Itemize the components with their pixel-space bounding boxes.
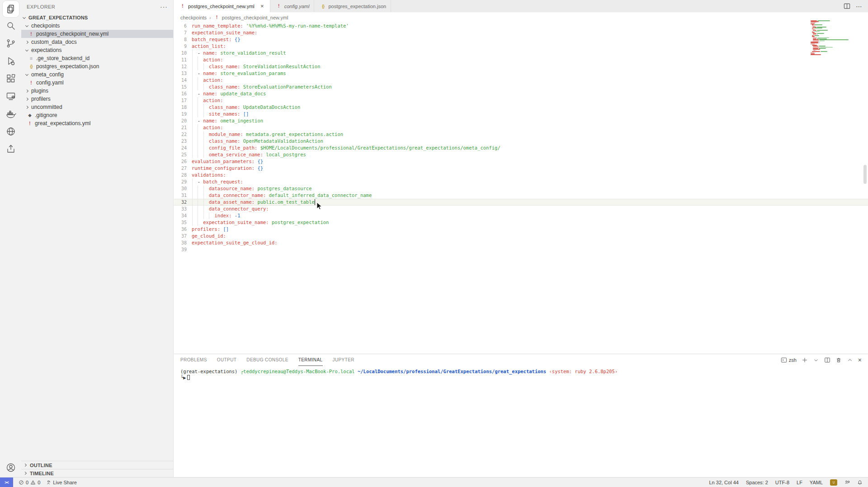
code-line[interactable]: 28validations:: [174, 172, 868, 178]
code-line[interactable]: 9action_list:: [174, 43, 868, 50]
tree-folder-custom-data-docs[interactable]: custom_data_docs: [21, 38, 173, 46]
tree-folder-uncommitted[interactable]: uncommitted: [21, 103, 173, 111]
indent-guide: [192, 206, 193, 212]
shell-selector[interactable]: zsh: [781, 357, 797, 363]
code-line[interactable]: 13- name: store_evaluation_params: [174, 70, 868, 77]
tab-postgres-expectation-json[interactable]: {}postgres_expectation.json: [314, 0, 391, 12]
code-line[interactable]: 36profilers: []: [174, 226, 868, 233]
tree-file-postgres-checkpoint-new-yml[interactable]: !postgres_checkpoint_new.yml: [21, 30, 173, 38]
code-line[interactable]: 35expectation_suite_name: postgres_expec…: [174, 219, 868, 226]
code-line[interactable]: 33data_connector_query:: [174, 206, 868, 212]
tab-close-icon[interactable]: ×: [259, 3, 265, 9]
code-line[interactable]: 20- name: ometa_ingestion: [174, 117, 868, 124]
code-line[interactable]: 11action:: [174, 56, 868, 63]
terminal-dropdown-icon[interactable]: [813, 357, 819, 363]
terminal-content[interactable]: (great-expectations) ┌teddycrepineau@Ted…: [174, 366, 868, 381]
code-line[interactable]: 37ge_cloud_id:: [174, 233, 868, 239]
code-line[interactable]: 6run_name_template: '%Y%m%d-%H%M%S-my-ru…: [174, 23, 868, 29]
code-line[interactable]: 10- name: store_validation_result: [174, 50, 868, 56]
activity-item-remote-explorer[interactable]: [2, 88, 20, 106]
code-line[interactable]: 16- name: update_data_docs: [174, 90, 868, 97]
status-lf[interactable]: LF: [797, 480, 802, 485]
split-terminal-icon[interactable]: [824, 357, 830, 363]
activity-item-globe[interactable]: [2, 123, 20, 141]
sidebar-section-timeline[interactable]: TIMELINE: [21, 469, 173, 477]
activity-item-extensions[interactable]: [2, 70, 20, 88]
code-line[interactable]: 29- batch_request:: [174, 178, 868, 185]
code-line[interactable]: 22module_name: metadata.great_expectatio…: [174, 131, 868, 138]
activity-item-source-control[interactable]: [2, 35, 20, 53]
panel-tab-terminal[interactable]: TERMINAL: [298, 354, 323, 366]
code-line[interactable]: 31data_connector_name: default_inferred_…: [174, 192, 868, 199]
editor-scrollbar[interactable]: [863, 165, 867, 184]
tree-file-config-yaml[interactable]: !config.yaml: [21, 79, 173, 87]
code-line[interactable]: 14action:: [174, 77, 868, 84]
code-line[interactable]: 27runtime_configuration: {}: [174, 165, 868, 172]
code-line[interactable]: 38expectation_suite_ge_cloud_id:: [174, 239, 868, 246]
tree-file-postgres-expectation-json[interactable]: {}postgres_expectation.json: [21, 62, 173, 70]
breadcrumb-item[interactable]: postgres_checkpoint_new.yml: [222, 15, 288, 20]
code-line[interactable]: 18class_name: UpdateDataDocsAction: [174, 104, 868, 111]
status-utf-8[interactable]: UTF-8: [775, 480, 789, 485]
indent-guide: [192, 219, 193, 226]
activity-item-search[interactable]: [2, 18, 20, 35]
code-line[interactable]: 24config_file_path: $HOME/LocalDocuments…: [174, 145, 868, 151]
tree-folder-checkpoints[interactable]: checkpoints: [21, 22, 173, 30]
live-share-status[interactable]: Live Share: [46, 480, 77, 485]
panel-tab-output[interactable]: OUTPUT: [217, 354, 237, 366]
tab-config-yaml[interactable]: !config.yaml: [270, 0, 315, 12]
activity-item-share[interactable]: [2, 141, 20, 159]
status-yaml[interactable]: YAML: [810, 480, 823, 485]
split-editor-icon[interactable]: [844, 3, 850, 9]
tree-file-great-expectations-yml[interactable]: !great_expectations.yml: [21, 119, 173, 127]
code-line[interactable]: 17action:: [174, 97, 868, 104]
code-line[interactable]: 25ometa_service_name: local_postgres: [174, 151, 868, 158]
code-line[interactable]: 34index: -1: [174, 212, 868, 219]
breadcrumb[interactable]: checkpoints›!postgres_checkpoint_new.yml: [174, 12, 868, 23]
maximize-panel-icon[interactable]: [847, 357, 853, 363]
code-line[interactable]: 7expectation_suite_name:: [174, 29, 868, 36]
breadcrumb-item[interactable]: checkpoints: [180, 15, 207, 20]
panel-tab-jupyter[interactable]: JUPYTER: [333, 354, 354, 366]
kill-terminal-icon[interactable]: [835, 357, 842, 363]
code-line[interactable]: 12class_name: StoreValidationResultActio…: [174, 63, 868, 70]
tree-folder-profilers[interactable]: profilers: [21, 95, 173, 103]
status-ln[interactable]: Ln 32, Col 44: [709, 480, 738, 485]
explorer-more-actions-icon[interactable]: ···: [160, 3, 168, 10]
tree-file--ge-store-backend-id[interactable]: ≡.ge_store_backend_id: [21, 54, 173, 62]
activity-item-account[interactable]: [2, 459, 20, 477]
code-line[interactable]: 21action:: [174, 124, 868, 131]
sidebar-root-folder[interactable]: GREAT_EXPECTATIONS: [21, 14, 173, 22]
tree-file--gitignore[interactable]: ◆.gitignore: [21, 111, 173, 119]
status-bell[interactable]: [857, 480, 863, 485]
status-feedback[interactable]: [844, 480, 850, 485]
activity-item-docker[interactable]: [2, 106, 20, 123]
activity-item-run-debug[interactable]: [2, 53, 20, 70]
panel-tab-debug-console[interactable]: DEBUG CONSOLE: [246, 354, 288, 366]
code-line[interactable]: 39: [174, 246, 868, 253]
extension-badge-icon[interactable]: [830, 479, 837, 486]
code-line[interactable]: 32data_asset_name: public.om_test_table: [174, 199, 868, 206]
tree-folder-expectations[interactable]: expectations: [21, 46, 173, 54]
code-line[interactable]: 19site_names: []: [174, 111, 868, 117]
sidebar-section-outline[interactable]: OUTLINE: [21, 461, 173, 469]
code-editor[interactable]: 6run_name_template: '%Y%m%d-%H%M%S-my-ru…: [174, 23, 868, 354]
close-panel-icon[interactable]: ×: [858, 357, 862, 363]
tree-folder-plugins[interactable]: plugins: [21, 87, 173, 95]
panel-tab-problems[interactable]: PROBLEMS: [180, 354, 207, 366]
code-line[interactable]: 15class_name: StoreEvaluationParametersA…: [174, 84, 868, 90]
remote-indicator[interactable]: ><: [0, 478, 13, 487]
more-actions-icon[interactable]: ⋯: [856, 3, 863, 10]
code-line[interactable]: 26evaluation_parameters: {}: [174, 158, 868, 165]
code-line[interactable]: 30datasource_name: postgres_datasource: [174, 185, 868, 192]
problems-status[interactable]: 0 0: [19, 480, 40, 485]
code-line[interactable]: 23class_name: OpenMetadataValidationActi…: [174, 138, 868, 145]
code-line[interactable]: 8batch_request: {}: [174, 36, 868, 43]
new-terminal-icon[interactable]: [802, 357, 808, 363]
live-share-icon: [46, 480, 51, 485]
status-spaces[interactable]: Spaces: 2: [746, 480, 768, 485]
tab-postgres-checkpoint-new-yml[interactable]: !postgres_checkpoint_new.yml×: [174, 0, 270, 12]
minimap[interactable]: [811, 20, 861, 84]
activity-item-explorer[interactable]: [2, 0, 20, 18]
tree-folder-ometa-config[interactable]: ometa_config: [21, 70, 173, 79]
